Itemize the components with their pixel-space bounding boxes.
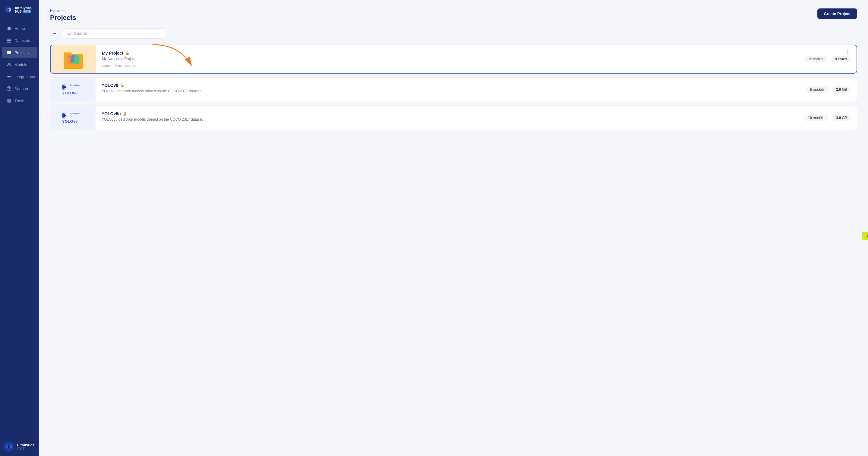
- user-section[interactable]: Ultralytics FREE: [0, 437, 39, 456]
- project-description: My Awesome Project: [102, 57, 793, 61]
- sidebar-item-label-trash: Trash: [14, 98, 24, 103]
- more-options-button[interactable]: ⋮: [843, 49, 852, 56]
- avatar-image: [4, 441, 14, 452]
- search-input-wrap: [63, 28, 165, 38]
- feedback-emoji: 😊: [866, 234, 868, 238]
- user-name: Ultralytics: [17, 443, 34, 447]
- svg-text:ultralytics: ultralytics: [69, 112, 80, 115]
- size-stat-yolov5u: 3.8 GB: [832, 115, 851, 121]
- search-input[interactable]: [74, 31, 161, 36]
- beta-badge: BETA: [23, 10, 32, 13]
- yolov5u-logo: ultralytics YOLOv5: [58, 109, 88, 127]
- sidebar-item-models[interactable]: Models: [2, 59, 37, 70]
- models-stat: 0 models: [805, 56, 827, 62]
- sidebar-item-projects[interactable]: Projects: [2, 47, 37, 58]
- projects-icon: [7, 50, 11, 55]
- breadcrumb-home[interactable]: Home: [50, 8, 60, 13]
- filter-button[interactable]: [50, 29, 59, 38]
- svg-point-7: [8, 63, 10, 64]
- svg-point-37: [63, 114, 66, 117]
- svg-rect-4: [7, 38, 11, 39]
- sidebar-item-label-home: Home: [14, 26, 25, 31]
- sidebar-item-label-support: Support: [14, 87, 28, 91]
- logo-text: ultralytics HUB BETA: [15, 6, 32, 13]
- lock-icon-yolov8: 🔒: [120, 83, 124, 87]
- project-info-my-project: My Project 🔒 My Awesome Project Updated …: [96, 45, 799, 73]
- create-project-button[interactable]: Create Project: [817, 8, 857, 19]
- logo-brand: ultralytics: [15, 6, 32, 10]
- user-plan: FREE: [17, 447, 34, 451]
- sidebar-item-integrations[interactable]: Integrations: [2, 71, 37, 82]
- models-stat-yolov8: 5 models: [806, 86, 828, 93]
- project-thumbnail-yolov5u: ultralytics YOLOv5: [50, 106, 96, 130]
- logo-hub: HUB BETA: [15, 10, 32, 13]
- project-name-yolov5u: YOLOv5u: [101, 111, 121, 116]
- svg-text:ultralytics: ultralytics: [69, 84, 80, 87]
- project-stats-yolov8: 5 models 2.0 GB: [800, 78, 857, 102]
- logo-area: ultralytics HUB BETA: [0, 0, 39, 20]
- ultralytics-logo-icon: [4, 5, 13, 14]
- lock-icon: 🔒: [125, 51, 130, 55]
- sidebar-item-label-datasets: Datasets: [14, 38, 30, 43]
- project-name-row-yolov8: YOLOv8 🔒: [101, 83, 794, 88]
- svg-line-10: [7, 64, 9, 65]
- project-name: My Project: [102, 51, 123, 56]
- page-title: Projects: [50, 14, 76, 22]
- svg-text:YOLOv8: YOLOv8: [62, 91, 78, 95]
- project-stats-yolov5u: 10 models 3.8 GB: [798, 106, 857, 130]
- project-info-yolov8: YOLOv8 🔒 YOLOv8 detection models trained…: [96, 78, 800, 102]
- sidebar-item-label-integrations: Integrations: [14, 75, 35, 79]
- svg-text:YOLOv5: YOLOv5: [62, 119, 78, 124]
- avatar: [4, 441, 14, 452]
- yolov8-logo: ultralytics YOLOv8: [58, 81, 88, 98]
- project-desc-yolov5u: YOLOv5u detection models trained on the …: [101, 117, 792, 121]
- home-icon: [7, 26, 11, 31]
- integrations-icon: [7, 74, 11, 79]
- project-card-yolov5u[interactable]: ultralytics YOLOv5 YOLOv5u 🔒 YOLOv5u det…: [50, 106, 857, 130]
- projects-list-container: My Project 🔒 My Awesome Project Updated …: [50, 45, 857, 134]
- svg-rect-6: [7, 41, 11, 42]
- project-info-yolov5u: YOLOv5u 🔒 YOLOv5u detection models train…: [96, 106, 798, 130]
- sidebar-item-label-models: Models: [14, 62, 27, 67]
- size-stat: 0 Bytes: [831, 56, 850, 62]
- support-icon: [7, 86, 11, 91]
- svg-point-3: [7, 9, 10, 11]
- svg-point-12: [8, 76, 10, 78]
- svg-rect-5: [7, 40, 11, 41]
- breadcrumb-separator: >: [61, 8, 63, 13]
- project-thumbnail-yolov8: ultralytics YOLOv8: [50, 78, 96, 102]
- feedback-button[interactable]: Feedback 😊: [862, 232, 868, 240]
- project-card-my-project[interactable]: My Project 🔒 My Awesome Project Updated …: [50, 45, 857, 74]
- models-stat-yolov5u: 10 models: [804, 115, 828, 121]
- search-bar: [50, 28, 857, 38]
- svg-rect-24: [73, 56, 80, 64]
- trash-icon: [7, 98, 11, 103]
- project-updated: Updated 5 minutes ago: [102, 64, 793, 67]
- sidebar-item-datasets[interactable]: Datasets: [2, 35, 37, 46]
- size-stat-yolov8: 2.0 GB: [832, 86, 851, 93]
- breadcrumb: Home >: [50, 8, 76, 13]
- svg-point-31: [63, 86, 66, 88]
- project-name-row-yolov5u: YOLOv5u 🔒: [101, 111, 792, 116]
- project-name-row: My Project 🔒: [102, 51, 793, 56]
- title-block: Home > Projects: [50, 8, 76, 22]
- page-header: Home > Projects Create Project: [50, 8, 857, 22]
- svg-point-8: [7, 65, 8, 66]
- project-desc-yolov8: YOLOv8 detection models trained on the C…: [101, 89, 794, 93]
- main-content: Home > Projects Create Project: [39, 0, 868, 456]
- sidebar-item-trash[interactable]: Trash: [2, 95, 37, 107]
- models-icon: [7, 62, 11, 67]
- sidebar-item-support[interactable]: Support: [2, 83, 37, 94]
- datasets-icon: [7, 38, 11, 43]
- svg-rect-26: [72, 55, 75, 57]
- filter-icon: [52, 31, 57, 36]
- sidebar-item-label-projects: Projects: [14, 50, 29, 55]
- project-card-yolov8[interactable]: ultralytics YOLOv8 YOLOv8 🔒 YOLOv8 detec…: [50, 77, 857, 102]
- sidebar-item-home[interactable]: Home: [2, 23, 37, 34]
- svg-point-9: [10, 65, 11, 66]
- svg-line-11: [9, 64, 10, 65]
- folder-icon: [61, 47, 85, 71]
- project-thumbnail-my-project: [51, 45, 96, 73]
- sidebar-nav: Home Datasets Projects: [0, 20, 39, 437]
- svg-point-14: [9, 90, 9, 90]
